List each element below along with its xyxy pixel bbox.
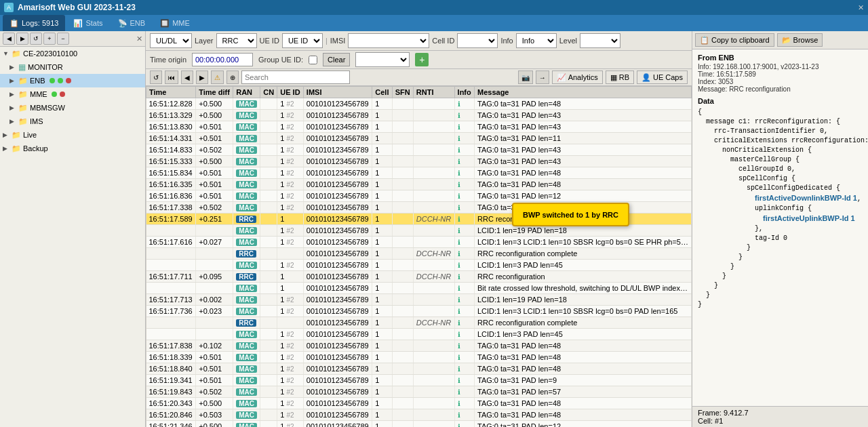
cell-ran: MAC: [233, 202, 260, 214]
level-select[interactable]: [580, 33, 620, 48]
cell-rnti: [413, 398, 454, 409]
ue-id-select[interactable]: UE ID: [282, 33, 323, 48]
table-row[interactable]: 16:51:20.343 +0.500 MAC 1 #2 00101012345…: [146, 398, 692, 409]
cell-cell: 1: [372, 317, 392, 329]
cell-time: [146, 225, 196, 237]
copy-btn[interactable]: 📋 Copy to clipboard: [695, 33, 774, 47]
refresh-msg-btn[interactable]: ↺: [150, 70, 162, 84]
analytics-btn[interactable]: 📈 Analytics: [552, 70, 603, 84]
group-ue-label: Group UE ID:: [258, 56, 303, 64]
table-row[interactable]: 16:51:16.836 +0.501 MAC 1 #2 00101012345…: [146, 190, 692, 202]
search-input[interactable]: [241, 70, 350, 84]
browse-btn[interactable]: 📂 Browse: [777, 33, 823, 47]
tab-enb[interactable]: 📡 ENB: [111, 15, 153, 31]
nav-start-btn[interactable]: ⏮: [165, 70, 178, 84]
table-row[interactable]: 16:51:18.840 +0.501 MAC 1 #2 00101012345…: [146, 363, 692, 375]
tab-mme[interactable]: 🔲 MME: [153, 15, 197, 31]
cell-time: 16:51:17.338: [146, 202, 196, 214]
table-row[interactable]: MAC 1 #2 001010123456789 1 ℹ LCID:1 len=…: [146, 260, 692, 271]
nav-next-btn[interactable]: ▶: [196, 70, 208, 84]
sidebar-item-mbmsgw[interactable]: ▶ 📁 MBMSGW: [0, 101, 145, 115]
add-filter-btn[interactable]: +: [415, 53, 429, 66]
tree-arrow-enb: ▶: [9, 77, 16, 84]
table-row[interactable]: RRC 001010123456789 1 DCCH-NR ℹ RRC reco…: [146, 248, 692, 260]
table-row[interactable]: 16:51:12.828 +0.500 MAC 1 #2 00101012345…: [146, 98, 692, 110]
cell-sfn: [392, 363, 413, 375]
sidebar-item-ce[interactable]: ▼ 📁 CE-2023010100: [0, 47, 145, 60]
table-row[interactable]: 16:51:19.341 +0.501 MAC 1 #2 00101012345…: [146, 375, 692, 386]
sidebar-expand-btn[interactable]: +: [43, 33, 56, 45]
clear-btn[interactable]: Clear: [323, 53, 350, 66]
table-row[interactable]: 16:51:14.833 +0.502 MAC 1 #2 00101012345…: [146, 144, 692, 156]
cell-cn: [260, 248, 277, 260]
cell-imsi: 001010123456789: [303, 167, 372, 179]
cell-ue-id: 1: [277, 214, 304, 225]
table-row[interactable]: 16:51:20.846 +0.503 MAC 1 #2 00101012345…: [146, 409, 692, 421]
cell-time: 16:51:19.341: [146, 375, 196, 386]
nav-arrow-btn[interactable]: →: [536, 70, 549, 84]
clear-select[interactable]: [355, 52, 410, 67]
table-row[interactable]: 16:51:17.838 +0.102 MAC 1 #2 00101012345…: [146, 340, 692, 352]
table-row[interactable]: 16:51:13.830 +0.501 MAC 1 #2 00101012345…: [146, 121, 692, 133]
alert-btn[interactable]: ⚠: [211, 70, 224, 84]
table-row[interactable]: MAC 1 #2 001010123456789 1 ℹ LCID:1 len=…: [146, 225, 692, 237]
rb-btn[interactable]: ▦ RB: [606, 70, 634, 84]
tab-logs[interactable]: 📋 Logs: 5913: [3, 15, 65, 31]
filter-msg-btn[interactable]: ⊕: [226, 70, 239, 84]
table-row[interactable]: MAC 1 001010123456789 1 ℹ Bit rate cross…: [146, 283, 692, 294]
sidebar-close-btn[interactable]: ✕: [136, 35, 142, 43]
group-ue-checkbox[interactable]: [309, 56, 317, 64]
table-row[interactable]: 16:51:19.843 +0.502 MAC 1 #2 00101012345…: [146, 386, 692, 398]
sidebar-back-btn[interactable]: ◀: [3, 33, 15, 45]
copy-label: Copy to clipboard: [711, 36, 770, 44]
table-row[interactable]: 16:51:18.339 +0.501 MAC 1 #2 00101012345…: [146, 352, 692, 363]
table-row[interactable]: 16:51:21.346 +0.500 MAC 1 #2 00101012345…: [146, 421, 692, 428]
sidebar-item-live[interactable]: ▶ 📁 Live: [0, 128, 145, 142]
sidebar-refresh-btn[interactable]: ↺: [30, 33, 42, 45]
cell-sfn: [392, 190, 413, 202]
ue-caps-btn[interactable]: 👤 UE Caps: [637, 70, 688, 84]
sidebar-fwd-btn[interactable]: ▶: [16, 33, 28, 45]
table-row[interactable]: MAC 1 #2 001010123456789 1 ℹ LCID:1 len=…: [146, 329, 692, 340]
table-row[interactable]: RRC 001010123456789 1 DCCH-NR ℹ RRC reco…: [146, 317, 692, 329]
cell-rnti: [413, 329, 454, 340]
table-row[interactable]: 16:51:17.713 +0.002 MAC 1 #2 00101012345…: [146, 294, 692, 306]
sidebar-item-ims[interactable]: ▶ 📁 IMS: [0, 115, 145, 128]
sidebar-item-monitor[interactable]: ▶ ▦ MONITOR: [0, 60, 145, 74]
sidebar-item-mme[interactable]: ▶ 📁 MME: [0, 87, 145, 101]
info-select[interactable]: Info: [516, 33, 557, 48]
tree-arrow-ce: ▼: [3, 50, 9, 57]
imsi-select[interactable]: [348, 33, 429, 48]
monitor-icon: ▦: [18, 62, 26, 72]
direction-select[interactable]: UL/DL: [150, 33, 192, 48]
sidebar-collapse-btn[interactable]: −: [57, 33, 69, 45]
table-row[interactable]: 16:51:13.329 +0.500 MAC 1 #2 00101012345…: [146, 110, 692, 121]
table-row[interactable]: 16:51:17.736 +0.023 MAC 1 #2 00101012345…: [146, 306, 692, 317]
table-row[interactable]: 16:51:17.616 +0.027 MAC 1 #2 00101012345…: [146, 237, 692, 248]
log-table: Time Time diff RAN CN UE ID IMSI Cell SF…: [146, 86, 692, 427]
nav-prev-btn[interactable]: ◀: [181, 70, 193, 84]
cell-ran: MAC: [233, 225, 260, 237]
table-row[interactable]: 16:51:14.331 +0.501 MAC 1 #2 00101012345…: [146, 133, 692, 144]
tab-stats[interactable]: 📊 Stats: [66, 15, 109, 31]
table-row[interactable]: 16:51:17.711 +0.095 RRC 1 00101012345678…: [146, 271, 692, 283]
table-row[interactable]: 16:51:16.335 +0.501 MAC 1 #2 00101012345…: [146, 179, 692, 190]
cell-info: ℹ: [454, 329, 474, 340]
table-row[interactable]: 16:51:15.333 +0.500 MAC 1 #2 00101012345…: [146, 156, 692, 167]
layer-select[interactable]: RRC MAC PHY: [216, 33, 257, 48]
sidebar-label-backup: Backup: [23, 144, 48, 152]
cell-time: [146, 260, 196, 271]
sidebar-item-backup[interactable]: ▶ 📁 Backup: [0, 142, 145, 155]
cell-message: TAG:0 ta=31 PAD len=57: [475, 386, 692, 398]
camera-btn[interactable]: 📷: [518, 70, 533, 84]
title-close-icon[interactable]: ✕: [858, 3, 864, 12]
cell-imsi: 001010123456789: [303, 340, 372, 352]
cell-sfn: [392, 398, 413, 409]
table-row[interactable]: 16:51:15.834 +0.501 MAC 1 #2 00101012345…: [146, 167, 692, 179]
cell-cn: [260, 110, 277, 121]
time-origin-input[interactable]: [192, 53, 253, 66]
cell-info: ℹ: [454, 352, 474, 363]
cell-sfn: [392, 421, 413, 428]
cell-id-select[interactable]: [457, 33, 498, 48]
sidebar-item-enb[interactable]: ▶ 📁 ENB: [0, 74, 145, 87]
